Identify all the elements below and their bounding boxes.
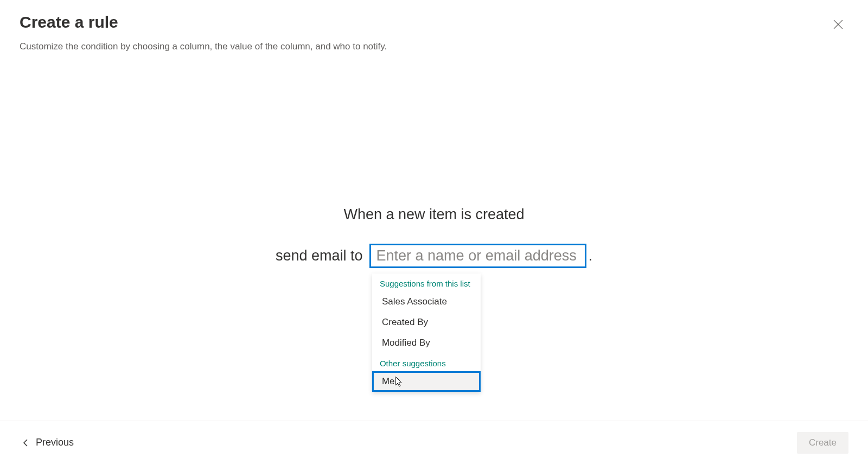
dropdown-item-modified-by[interactable]: Modified By xyxy=(372,333,481,353)
close-icon xyxy=(833,20,843,29)
create-button[interactable]: Create xyxy=(797,432,848,454)
send-row: send email to . Suggestions from this li… xyxy=(276,244,592,268)
dialog-header: Create a rule Customize the condition by… xyxy=(0,0,868,52)
suggestions-dropdown: Suggestions from this list Sales Associa… xyxy=(372,274,481,392)
previous-label: Previous xyxy=(36,437,74,448)
page-title: Create a rule xyxy=(20,13,848,31)
dropdown-item-sales-associate[interactable]: Sales Associate xyxy=(372,291,481,312)
close-button[interactable] xyxy=(830,16,846,34)
dialog-footer: Previous Create xyxy=(0,421,868,464)
dropdown-item-me[interactable]: Me xyxy=(372,371,481,392)
email-input[interactable] xyxy=(369,244,586,268)
dropdown-header-other: Other suggestions xyxy=(372,353,481,371)
rule-content: When a new item is created send email to… xyxy=(276,206,592,268)
send-label: send email to xyxy=(276,247,363,264)
condition-text: When a new item is created xyxy=(276,206,592,223)
dropdown-item-created-by[interactable]: Created By xyxy=(372,312,481,333)
dropdown-header-list: Suggestions from this list xyxy=(372,274,481,291)
chevron-left-icon xyxy=(22,438,30,447)
previous-button[interactable]: Previous xyxy=(20,433,76,453)
sentence-period: . xyxy=(589,247,593,264)
page-subtitle: Customize the condition by choosing a co… xyxy=(20,41,848,52)
